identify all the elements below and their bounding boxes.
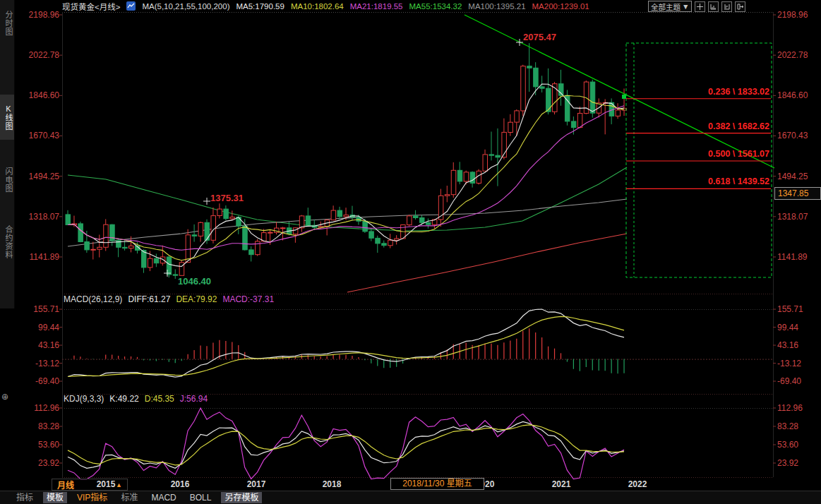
axis-label: 112.96 — [777, 403, 803, 413]
axis-label: 43.16 — [777, 340, 798, 350]
fib-level-label: 0.236 \ 1833.02 — [593, 87, 769, 97]
chart-canvas[interactable] — [0, 0, 821, 504]
crosshair-price-tag: 1347.85 — [774, 187, 821, 200]
symbol-title: 现货黄金<月线> — [62, 1, 120, 12]
bottom-tab-bar: 指标 模板 VIP指标 标准 MACD BOLL 另存模板 — [0, 491, 821, 504]
sidebar: 分时图 K线图 闪电图 合约资料 — [0, 0, 15, 308]
macd-title: MACD(26,12,9) — [64, 294, 122, 304]
app-window: 分时图 K线图 闪电图 合约资料 ⊕ 现货黄金<月线> MA(5,10,21,5… — [0, 0, 821, 504]
tab-boll[interactable]: BOLL — [186, 492, 215, 503]
price-annotation: 1046.40 — [178, 276, 211, 287]
axis-label: 99.44 — [14, 323, 59, 332]
chart-header: 现货黄金<月线> MA(5,10,21,55,100,200) MA5:1790… — [62, 0, 589, 12]
kdj-panel-header: KDJ(9,3,3) K:49.22 D:45.35 J:56.94 — [64, 394, 208, 404]
period-label: 月线 — [57, 479, 74, 491]
kdj-title: KDJ(9,3,3) — [64, 394, 104, 404]
d-value: D:45.35 — [145, 394, 174, 404]
axis-label: 1846.60 — [777, 90, 808, 100]
price-annotation: 2075.47 — [523, 32, 556, 42]
axis-label: -13.12 — [777, 359, 801, 368]
tab-indicator[interactable]: 指标 — [13, 492, 37, 503]
chevron-down-icon: ▼ — [682, 2, 689, 11]
axis-label: 1670.43 — [777, 131, 808, 140]
pan-tool-icon[interactable] — [695, 1, 705, 12]
axis-label: 53.60 — [777, 440, 798, 450]
sidebar-item-flash-chart[interactable]: 闪电图 — [0, 156, 14, 204]
ma100-value: MA100:1395.21 — [468, 2, 525, 11]
year-label: 2021 — [547, 479, 575, 489]
macd-panel-header: MACD(26,12,9) DIFF:61.27 DEA:79.92 MACD:… — [64, 294, 274, 304]
axis-label: 23.92 — [777, 458, 798, 468]
fib-level-label: 0.382 \ 1682.62 — [593, 121, 769, 131]
axis-label: -13.12 — [14, 359, 59, 368]
axis-label: 23.92 — [14, 458, 59, 468]
axis-label: 155.71 — [777, 304, 803, 314]
sidebar-item-time-chart[interactable]: 分时图 — [0, 2, 14, 44]
axis-label: 99.44 — [777, 323, 798, 332]
axis-label: 83.28 — [777, 421, 798, 431]
axis-label: 1141.89 — [14, 252, 59, 262]
ma-formula: MA(5,10,21,55,100,200) — [142, 2, 229, 11]
tab-save-template[interactable]: 另存模板 — [221, 492, 262, 503]
diff-value: DIFF:61.27 — [128, 294, 170, 304]
axis-label: 112.96 — [14, 403, 59, 413]
j-value: J:56.94 — [180, 394, 208, 404]
reset-axis-icon[interactable] — [721, 1, 732, 12]
tab-standard[interactable]: 标准 — [117, 492, 141, 503]
year-label: 2016 — [166, 479, 194, 489]
axis-label: -69.40 — [14, 376, 59, 386]
year-label: 2022 — [623, 479, 652, 489]
k-value: K:49.22 — [109, 394, 138, 404]
price-annotation: 1375.31 — [210, 193, 244, 203]
fib-level-label: 0.618 \ 1439.52 — [593, 176, 769, 186]
tab-macd[interactable]: MACD — [148, 492, 179, 503]
axis-label: -69.40 — [777, 376, 801, 386]
axis-label: 1318.07 — [14, 212, 59, 222]
axis-label: 43.16 — [14, 340, 59, 350]
theme-dropdown-label: 全部主题 — [651, 1, 681, 12]
axis-label: 1141.89 — [777, 252, 808, 262]
axis-label: 2022.78 — [777, 50, 808, 60]
year-label: 2015 — [92, 479, 120, 489]
dea-value: DEA:79.92 — [176, 294, 217, 304]
sidebar-item-contract-info[interactable]: 合约资料 — [0, 207, 14, 277]
axis-label: 1670.43 — [14, 131, 59, 140]
macd-value: MACD:-37.31 — [222, 294, 274, 304]
ma5-value: MA5:1790.59 — [236, 2, 284, 11]
axis-label: 2198.96 — [14, 10, 59, 20]
axis-label: 1846.60 — [14, 90, 59, 100]
ma55-value: MA55:1534.32 — [409, 2, 462, 11]
axis-label: 155.71 — [14, 304, 59, 314]
axis-label: 2022.78 — [14, 50, 59, 60]
axis-label: 53.60 — [14, 440, 59, 450]
sidebar-item-kline-chart[interactable]: K线图 — [0, 95, 14, 140]
ma10-value: MA10:1802.64 — [291, 2, 344, 11]
ma200-value: MA200:1239.01 — [532, 2, 589, 11]
axis-label: 83.28 — [14, 421, 59, 431]
crosshair-date-box: 2018/11/30 星期五 — [390, 478, 484, 490]
tab-vip-indicator[interactable]: VIP指标 — [73, 492, 111, 503]
tab-template[interactable]: 模板 — [43, 492, 67, 503]
indicator-settings-icon[interactable]: ⊕ — [1, 392, 8, 402]
axis-label: 1318.07 — [777, 212, 808, 222]
axis-label: 2198.96 — [777, 10, 808, 20]
axis-label: 1494.25 — [777, 172, 808, 181]
chart-type-icon[interactable] — [126, 1, 136, 11]
ma21-value: MA21:1819.55 — [350, 2, 403, 11]
scale-axis-icon[interactable] — [708, 1, 719, 12]
theme-dropdown-button[interactable]: 全部主题 ▼ — [648, 1, 692, 12]
fib-level-label: 0.500 \ 1561.07 — [593, 149, 769, 159]
export-panel-icon[interactable] — [735, 1, 745, 12]
header-controls: 全部主题 ▼ — [648, 1, 745, 12]
year-label: 2017 — [242, 479, 270, 489]
axis-label: 1494.25 — [14, 172, 59, 181]
year-label: 2018 — [318, 479, 346, 489]
